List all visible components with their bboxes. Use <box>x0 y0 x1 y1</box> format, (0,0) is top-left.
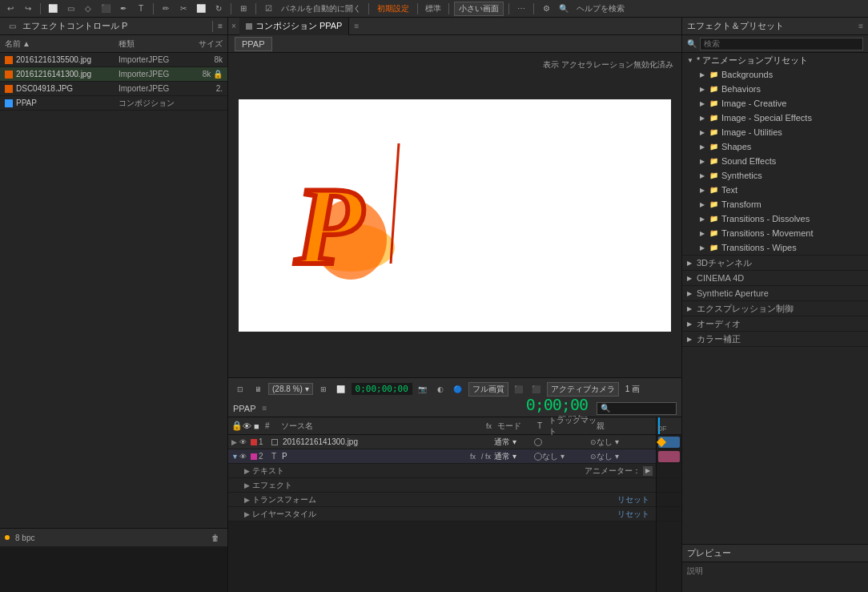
toolbar-help-search[interactable]: ヘルプを検索 <box>574 3 627 14</box>
toolbar-icon-2[interactable]: ↪ <box>21 2 35 16</box>
sublayer-tf-expand[interactable]: ▶ <box>244 496 252 504</box>
tree-item-text[interactable]: ▶ 📁 Text <box>682 183 868 197</box>
toolbar-icon-6[interactable]: ⬛ <box>98 2 113 16</box>
delete-icon[interactable]: 🗑 <box>208 530 223 545</box>
sublayer-style-expand[interactable]: ▶ <box>244 510 252 518</box>
comp-label[interactable]: PPAP <box>235 37 272 51</box>
right-panel-menu[interactable]: ≡ <box>858 22 863 30</box>
comp-tab[interactable]: コンポジション PPAP <box>239 18 350 35</box>
toolbar-icon-camera[interactable]: ⊞ <box>236 2 251 16</box>
comp-tab-menu[interactable]: ≡ <box>349 22 364 30</box>
toolbar-separator-5 <box>368 3 369 14</box>
effects-search-input[interactable] <box>700 38 863 50</box>
effect-controls-menu[interactable]: ≡ <box>218 22 223 30</box>
timeline-layer-1[interactable]: ▶ 👁 1 20161216141300.jpg 通常 ▾ ⊙ なし ▾ <box>228 435 656 449</box>
tree-section-synthetic-aperture-header[interactable]: ▶ Synthetic Aperture <box>682 286 868 300</box>
viewer-btn-fit[interactable]: ⊞ <box>316 382 331 397</box>
toolbar-icon-1[interactable]: ↩ <box>3 2 18 16</box>
toolbar-icon-11[interactable]: ⬜ <box>194 2 208 16</box>
tree-item-synthetics[interactable]: ▶ 📁 Synthetics <box>682 168 868 183</box>
layer2-expand[interactable]: ▼ <box>231 453 239 461</box>
toolbar-icon-9[interactable]: ✏ <box>159 2 173 16</box>
timeline-bars <box>657 435 681 592</box>
sub-layer-text[interactable]: ▶ テキスト アニメーター： ▶ <box>228 464 656 478</box>
layer1-eye[interactable]: 👁 <box>239 438 251 446</box>
sublayer-text-expand[interactable]: ▶ <box>244 467 252 475</box>
tree-section-cinema4d-header[interactable]: ▶ CINEMA 4D <box>682 271 868 285</box>
tree-item-shapes[interactable]: ▶ 📁 Shapes <box>682 139 868 154</box>
tree-section-color-header[interactable]: ▶ カラー補正 <box>682 332 868 346</box>
animator-arrow[interactable]: ▶ <box>643 466 653 476</box>
viewer-time[interactable]: 0;00;00;00 <box>352 383 412 395</box>
tree-section-animation-presets-header[interactable]: ▼ * アニメーションプリセット <box>682 53 868 67</box>
sub-layer-transform[interactable]: ▶ トランスフォーム リセット <box>228 493 656 507</box>
tree-section-expression-header[interactable]: ▶ エクスプレッション制御 <box>682 301 868 316</box>
toolbar-initial-settings[interactable]: 初期設定 <box>374 3 412 14</box>
toolbar-small-screen[interactable]: 小さい画面 <box>454 2 504 16</box>
source-item-0[interactable]: 20161216135500.jpg ImporterJPEG 8k <box>0 53 227 67</box>
tl-col-eye: 👁 <box>243 421 254 431</box>
timeline-search-input[interactable] <box>597 402 677 415</box>
source-item-type-1: ImporterJPEG <box>119 70 191 79</box>
tree-item-image-creative[interactable]: ▶ 📁 Image - Creative <box>682 96 868 111</box>
timeline-menu-icon[interactable]: ≡ <box>263 404 267 413</box>
preview-content: 説明 <box>682 562 868 592</box>
sublayer-fx-expand[interactable]: ▶ <box>244 481 252 489</box>
tree-item-transitions-wipes[interactable]: ▶ 📁 Transitions - Wipes <box>682 240 868 255</box>
source-item-icon-2 <box>5 85 13 93</box>
source-item-3[interactable]: PPAP コンポジション <box>0 96 227 111</box>
toolbar-icon-check[interactable]: ☑ <box>261 2 275 16</box>
toolbar-icon-dots[interactable]: ⋯ <box>514 2 528 16</box>
tree-item-image-utilities[interactable]: ▶ 📁 Image - Utilities <box>682 125 868 139</box>
sub-layer-style[interactable]: ▶ レイヤースタイル リセット <box>228 507 656 522</box>
viewer-btn-region[interactable]: ⬜ <box>334 382 348 397</box>
toolbar-icon-4[interactable]: ▭ <box>63 2 78 16</box>
sublayer-style-reset[interactable]: リセット <box>614 509 653 520</box>
toolbar-icon-rotate[interactable]: ↻ <box>211 2 226 16</box>
tree-section-3d-header[interactable]: ▶ 3Dチャンネル <box>682 256 868 270</box>
tree-item-transform[interactable]: ▶ 📁 Transform <box>682 197 868 211</box>
tree-folder-sound-effects: 📁 <box>709 157 718 165</box>
toolbar-icon-3[interactable]: ⬜ <box>46 2 60 16</box>
tree-section-audio-header[interactable]: ▶ オーディオ <box>682 316 868 331</box>
viewer-frame: 1 画 <box>622 384 643 395</box>
tree-item-behaviors[interactable]: ▶ 📁 Behaviors <box>682 82 868 96</box>
left-panel: ▭ エフェクトコントロール P ≡ 名前 ▲ 種類 サイズ 2016121613… <box>0 18 228 592</box>
source-item-1[interactable]: 20161216141300.jpg ImporterJPEG 8k 🔒 <box>0 67 227 82</box>
viewer-quality[interactable]: フル画質 <box>468 382 508 397</box>
svg-text:P: P <box>294 163 364 288</box>
toolbar-icon-8[interactable]: T <box>134 2 148 16</box>
sub-bar-3 <box>657 493 681 507</box>
sublayer-fx-name: エフェクト <box>252 480 653 491</box>
viewer-btn-view[interactable]: 🖥 <box>251 382 265 397</box>
source-item-2[interactable]: DSC04918.JPG ImporterJPEG 2. <box>0 82 227 96</box>
viewer-btn-snap[interactable]: ⊡ <box>233 382 247 397</box>
viewer-btn-color[interactable]: 🔵 <box>451 382 465 397</box>
layer2-mode[interactable]: 通常 ▾ <box>494 451 534 462</box>
sub-layer-fx[interactable]: ▶ エフェクト <box>228 478 656 493</box>
layer2-eye[interactable]: 👁 <box>239 453 251 461</box>
toolbar-icon-5[interactable]: ◇ <box>81 2 95 16</box>
toolbar-icon-10[interactable]: ✂ <box>176 2 191 16</box>
layer1-mode[interactable]: 通常 ▾ <box>494 437 534 448</box>
tree-item-image-special[interactable]: ▶ 📁 Image - Special Effects <box>682 111 868 125</box>
tab-close-btn[interactable]: × <box>228 22 239 30</box>
main-layout: ▭ エフェクトコントロール P ≡ 名前 ▲ 種類 サイズ 2016121613… <box>0 18 868 592</box>
viewer-btn-show-snapshot[interactable]: ◐ <box>433 382 448 397</box>
timeline-layer-2[interactable]: ▼ 👁 2 T P fx / fx 通常 ▾ なし ▾ ⊙ なし ▾ <box>228 449 656 464</box>
tree-item-sound-effects[interactable]: ▶ 📁 Sound Effects <box>682 154 868 168</box>
viewer-zoom[interactable]: (28.8 %) ▾ <box>268 383 313 395</box>
tree-item-transitions-dissolves[interactable]: ▶ 📁 Transitions - Dissolves <box>682 211 868 226</box>
layer2-fx[interactable]: fx <box>470 453 481 461</box>
viewer-btn-1[interactable]: ⬛ <box>512 382 526 397</box>
tree-item-backgrounds[interactable]: ▶ 📁 Backgrounds <box>682 67 868 82</box>
tree-arrow-behaviors: ▶ <box>700 86 706 93</box>
toolbar-icon-7[interactable]: ✒ <box>116 2 131 16</box>
tree-item-transitions-movement[interactable]: ▶ 📁 Transitions - Movement <box>682 226 868 240</box>
viewer-btn-snapshot[interactable]: 📷 <box>416 382 430 397</box>
toolbar-gear-icon[interactable]: ⚙ <box>539 2 553 16</box>
toolbar-search-icon[interactable]: 🔍 <box>557 2 571 16</box>
sublayer-tf-reset[interactable]: リセット <box>614 494 653 505</box>
layer1-expand[interactable]: ▶ <box>231 438 239 446</box>
toolbar-standard[interactable]: 標準 <box>423 3 444 14</box>
